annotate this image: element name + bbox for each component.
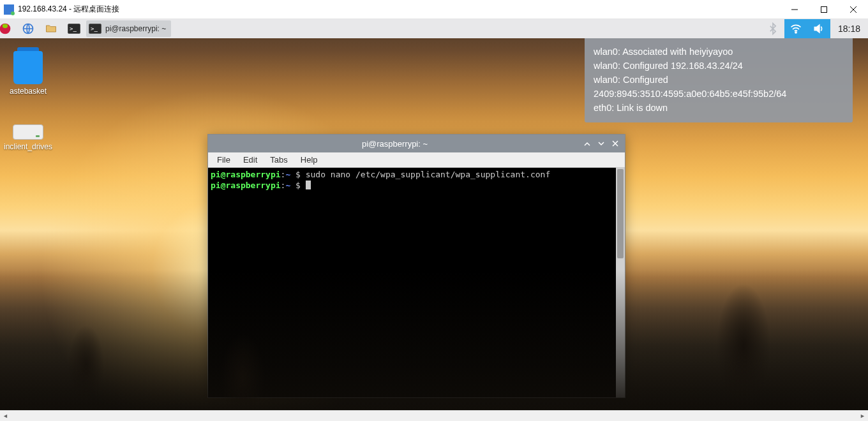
desktop-icon-drives[interactable]: inclient_drives [3,124,54,151]
terminal-launcher-icon[interactable]: >_ [63,19,86,38]
terminal-icon: >_ [89,24,101,34]
minimize-button[interactable] [780,0,809,19]
rdc-window-controls [780,0,868,19]
terminal-command: sudo nano /etc/wpa_supplicant/wpa_suppli… [306,170,551,179]
terminal-close-button[interactable] [610,138,621,149]
prompt-sym: $ [290,181,305,190]
trash-icon [13,51,43,84]
prompt-sym: $ [290,170,305,179]
scroll-right-button[interactable]: ► [857,411,868,422]
terminal-menubar: File Edit Tabs Help [208,152,625,168]
scroll-track[interactable] [11,411,857,422]
terminal-body[interactable]: pi@raspberrypi:~ $ sudo nano /etc/wpa_su… [208,168,616,397]
scroll-left-button[interactable]: ◄ [0,411,11,422]
menu-edit[interactable]: Edit [238,154,262,166]
maximize-button[interactable] [809,0,839,19]
bluetooth-icon[interactable] [761,19,784,38]
terminal-minimize-button[interactable] [581,138,593,149]
nettip-line: eth0: Link is down [594,101,844,115]
rdc-titlebar: 192.168.43.24 - 远程桌面连接 [0,0,868,19]
desktop-icon-label: astebasket [3,87,54,96]
volume-icon[interactable] [807,19,830,38]
svg-point-4 [795,32,797,33]
prompt-user: pi@raspberrypi [211,170,281,179]
nettip-line: wlan0: Configured 192.168.43.24/24 [594,59,844,73]
taskbar-item-label: pi@raspberrypi: ~ [105,24,166,33]
wifi-icon[interactable] [784,19,807,38]
desktop-icon-wastebasket[interactable]: astebasket [3,51,54,96]
terminal-title: pi@raspberrypi: ~ [208,139,581,149]
network-tooltip: wlan0: Associated with heiyiyayoo wlan0:… [585,38,853,122]
filemanager-icon[interactable] [40,19,63,38]
close-button[interactable] [839,0,868,19]
drive-icon [13,124,43,140]
menu-file[interactable]: File [212,154,236,166]
svg-rect-0 [821,6,827,12]
terminal-titlebar[interactable]: pi@raspberrypi: ~ [208,135,625,152]
nettip-line: wlan0: Associated with heiyiyayoo [594,45,844,59]
remote-viewport: >_ >_ pi@raspberrypi: ~ 18:18 wl [0,19,868,410]
terminal-cursor [306,181,311,189]
lxpanel: >_ >_ pi@raspberrypi: ~ 18:18 [0,19,868,38]
svg-point-2 [3,24,8,29]
prompt-user: pi@raspberrypi [211,181,281,190]
menu-tabs[interactable]: Tabs [265,154,292,166]
terminal-maximize-button[interactable] [595,138,607,149]
browser-icon[interactable] [17,19,40,38]
remote-desktop[interactable]: >_ >_ pi@raspberrypi: ~ 18:18 wl [0,19,868,410]
terminal-window[interactable]: pi@raspberrypi: ~ File Edit Tabs Help pi… [207,134,625,398]
terminal-scrollbar[interactable] [616,168,625,397]
rdc-title: 192.168.43.24 - 远程桌面连接 [18,4,780,15]
nettip-line: wlan0: Configured 2409:8945:3510:4595:a0… [594,73,844,101]
rdc-icon [4,4,14,15]
host-horizontal-scrollbar[interactable]: ◄ ► [0,410,868,421]
menu-help[interactable]: Help [296,154,323,166]
menu-icon[interactable] [0,19,17,38]
desktop-icon-label: inclient_drives [3,142,54,151]
taskbar-item-terminal[interactable]: >_ pi@raspberrypi: ~ [86,20,171,37]
panel-clock[interactable]: 18:18 [830,24,868,34]
